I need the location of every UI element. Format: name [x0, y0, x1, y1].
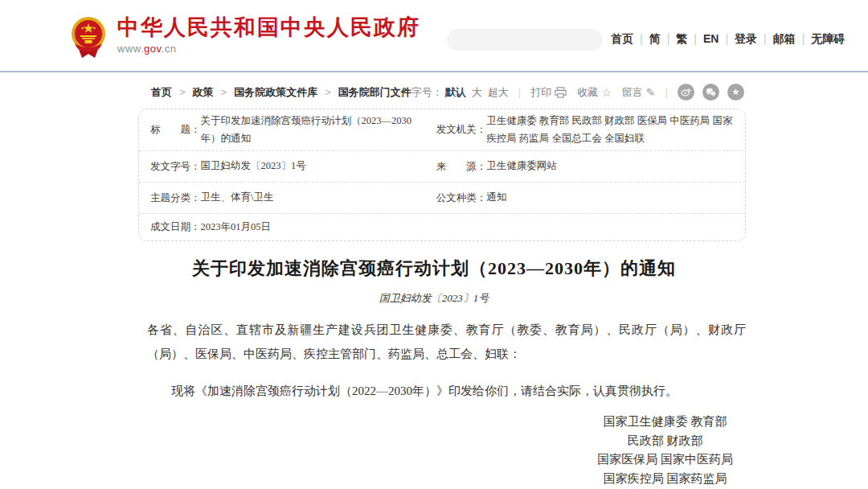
meta-source-cell: 来 源： 卫生健康委网站 — [436, 158, 734, 175]
meta-row: 发文字号： 国卫妇幼发〔2023〕1号 来 源： 卫生健康委网站 — [139, 151, 745, 183]
site-url-cn: .cn — [162, 43, 177, 55]
font-size-default[interactable]: 默认 — [445, 85, 466, 100]
breadcrumb-separator: > — [179, 86, 186, 98]
meta-doc-number-label: 发文字号： — [150, 160, 201, 174]
breadcrumb-home[interactable]: 首页 — [151, 86, 172, 98]
meta-row: 标 题： 关于印发加速消除宫颈癌行动计划（2023—2030年）的通知 发文机关… — [139, 109, 745, 151]
document-meta-table: 标 题： 关于印发加速消除宫颈癌行动计划（2023—2030年）的通知 发文机关… — [138, 109, 746, 241]
meta-date-label: 成文日期： — [150, 220, 201, 234]
pencil-icon: ✎ — [646, 86, 656, 99]
breadcrumb-policy-library[interactable]: 国务院政策文件库 — [234, 86, 317, 98]
tools-divider: | — [665, 86, 667, 98]
document-paragraph: 各省、自治区、直辖市及新疆生产建设兵团卫生健康委、教育厅（教委、教育局）、民政厅… — [147, 318, 746, 366]
meta-date-cell: 成文日期： 2023年01月05日 — [150, 219, 436, 236]
favorite-label: 收藏 — [577, 85, 598, 100]
nav-separator: | — [725, 32, 728, 45]
meta-doc-type-cell: 公文种类： 通知 — [436, 189, 734, 207]
meta-source-value: 卫生健康委网站 — [486, 158, 557, 175]
site-logo-link[interactable]: 中华人民共和国中央人民政府 www.gov.cn — [71, 11, 420, 60]
nav-home[interactable]: 首页 — [611, 32, 633, 45]
nav-simplified[interactable]: 简 — [649, 32, 661, 45]
nav-separator: | — [764, 32, 767, 45]
signature-block: 国家卫生健康委 教育部 民政部 财政部 国家医保局 国家中医药局 国家疾控局 国… — [597, 413, 733, 489]
document-paragraph: 现将《加速消除宫颈癌行动计划（2022—2030年）》印发给你们，请结合实际，认… — [147, 379, 746, 403]
printer-icon — [555, 87, 567, 98]
breadcrumb-separator: > — [325, 86, 331, 98]
site-title: 中华人民共和国中央人民政府 — [117, 16, 420, 40]
comment-button[interactable]: 留言 ✎ — [622, 85, 656, 100]
meta-title-cell: 标 题： 关于印发加速消除宫颈癌行动计划（2023—2030年）的通知 — [150, 113, 436, 148]
top-nav: 首页|简|繁|EN|登录|邮箱|无障碍 — [611, 32, 845, 47]
favorite-button[interactable]: 收藏 ☆ — [577, 85, 612, 100]
document-title: 关于印发加速消除宫颈癌行动计划（2023—2030年）的通知 — [0, 257, 868, 281]
signature-line: 国家医保局 国家中医药局 — [597, 450, 733, 470]
meta-doc-number-value: 国卫妇幼发〔2023〕1号 — [201, 158, 306, 175]
breadcrumb: 首页>政策>国务院政策文件库>国务院部门文件 — [129, 85, 411, 100]
star-icon[interactable]: ★ — [727, 84, 744, 101]
nav-separator: | — [667, 32, 670, 45]
meta-date-value: 2023年01月05日 — [201, 219, 272, 236]
nav-mail[interactable]: 邮箱 — [773, 32, 796, 45]
search-input[interactable] — [447, 34, 604, 46]
nav-accessibility[interactable]: 无障碍 — [811, 32, 845, 45]
wechat-icon[interactable] — [702, 84, 719, 101]
site-url[interactable]: www.gov.cn — [117, 43, 420, 55]
meta-issuing-agency-value: 卫生健康委 教育部 民政部 财政部 医保局 中医药局 国家疾控局 药监局 全国总… — [486, 113, 734, 148]
meta-doc-type-value: 通知 — [486, 189, 506, 207]
font-size-label: 字号： — [411, 85, 443, 100]
document-body: 各省、自治区、直辖市及新疆生产建设兵团卫生健康委、教育厅（教委、教育局）、民政厅… — [147, 318, 746, 489]
page: 中华人民共和国中央人民政府 www.gov.cn 首页|简|繁|EN|登录|邮箱… — [0, 0, 868, 489]
star-outline-icon: ☆ — [601, 86, 612, 99]
tools-divider: | — [518, 86, 521, 98]
nav-traditional[interactable]: 繁 — [676, 32, 687, 45]
font-size-large[interactable]: 大 — [472, 85, 482, 100]
weibo-icon[interactable] — [678, 84, 694, 101]
breadcrumb-department-docs[interactable]: 国务院部门文件 — [338, 86, 411, 98]
meta-row: 主题分类： 卫生、体育\卫生 公文种类： 通知 — [139, 183, 745, 214]
nav-login[interactable]: 登录 — [735, 32, 757, 45]
nav-separator: | — [640, 32, 643, 45]
share-buttons: ★ — [678, 84, 744, 101]
meta-doc-type-label: 公文种类： — [436, 191, 487, 205]
site-url-www: www. — [117, 43, 144, 55]
meta-title-label: 标 题： — [150, 123, 201, 137]
meta-issuing-agency-label: 发文机关： — [436, 123, 487, 137]
breadcrumb-policy[interactable]: 政策 — [193, 86, 214, 98]
brand-text: 中华人民共和国中央人民政府 www.gov.cn — [117, 16, 420, 55]
document: 关于印发加速消除宫颈癌行动计划（2023—2030年）的通知 国卫妇幼发〔202… — [0, 257, 868, 489]
meta-category-value: 卫生、体育\卫生 — [201, 189, 274, 207]
signature-line: 国家疾控局 国家药监局 — [597, 470, 733, 489]
comment-label: 留言 — [622, 85, 643, 100]
page-tools: 字号： 默认 大 超大 | 打印 收藏 ☆ 留言 ✎ | — [411, 84, 744, 101]
document-number: 国卫妇幼发〔2023〕1号 — [0, 291, 868, 306]
toolbar-row: 首页>政策>国务院政策文件库>国务院部门文件 字号： 默认 大 超大 | 打印 … — [129, 84, 739, 101]
meta-category-label: 主题分类： — [150, 191, 201, 205]
meta-category-cell: 主题分类： 卫生、体育\卫生 — [150, 189, 436, 207]
search-box[interactable] — [447, 29, 603, 51]
meta-issuing-agency-cell: 发文机关： 卫生健康委 教育部 民政部 财政部 医保局 中医药局 国家疾控局 药… — [436, 113, 734, 148]
meta-title-value: 关于印发加速消除宫颈癌行动计划（2023—2030年）的通知 — [201, 113, 428, 148]
breadcrumb-separator: > — [221, 86, 227, 98]
font-size-xlarge[interactable]: 超大 — [488, 85, 509, 100]
site-url-gov: gov — [144, 43, 162, 55]
nav-separator: | — [694, 32, 697, 45]
meta-source-label: 来 源： — [436, 160, 487, 174]
meta-row: 成文日期： 2023年01月05日 — [139, 214, 745, 240]
national-emblem-icon — [71, 16, 106, 60]
print-button[interactable]: 打印 — [530, 85, 567, 100]
nav-separator: | — [802, 32, 805, 45]
meta-doc-number-cell: 发文字号： 国卫妇幼发〔2023〕1号 — [150, 158, 436, 175]
nav-english[interactable]: EN — [703, 32, 719, 45]
site-header: 中华人民共和国中央人民政府 www.gov.cn 首页|简|繁|EN|登录|邮箱… — [0, 0, 868, 72]
signature-line: 民政部 财政部 — [597, 432, 733, 451]
signature-line: 国家卫生健康委 教育部 — [597, 413, 733, 432]
print-label: 打印 — [530, 85, 551, 100]
